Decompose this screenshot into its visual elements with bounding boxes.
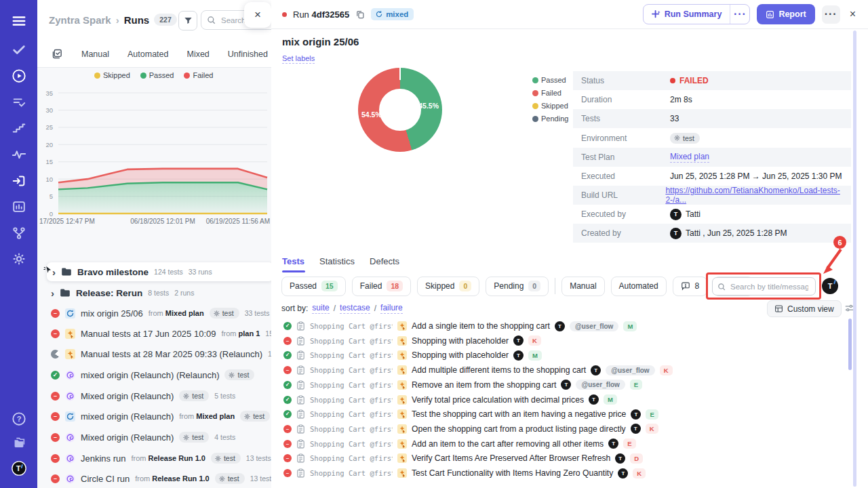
filter-manual[interactable]: Manual <box>561 277 604 296</box>
scrollbar-thumb[interactable] <box>848 319 852 370</box>
activity-pulse-icon[interactable] <box>10 146 28 163</box>
detail-row-executedby: Executed by TTatti <box>573 205 851 224</box>
help-icon[interactable]: ? <box>10 410 28 428</box>
svg-text:30: 30 <box>45 106 53 114</box>
gear-icon[interactable] <box>10 250 28 268</box>
copy-icon[interactable] <box>355 9 365 19</box>
test-row[interactable]: ✓Shopping Cart @first…Verify total price… <box>283 393 617 407</box>
test-row[interactable]: –Shopping Cart @first…Add multiple diffe… <box>283 363 673 377</box>
run-list-item[interactable]: –Mixed origin (Relaunch)test4 tests <box>51 428 272 447</box>
more-actions-button[interactable]: ··· <box>822 5 840 24</box>
tab-automated[interactable]: Automated <box>127 49 168 59</box>
manual-icon <box>397 350 407 360</box>
test-row[interactable]: ✓Shopping Cart @first…Remove an item fro… <box>283 378 642 392</box>
svg-text:35: 35 <box>45 89 53 97</box>
breadcrumb-app[interactable]: Zyntra Spark <box>49 14 111 26</box>
filter-button[interactable] <box>178 11 197 30</box>
test-row[interactable]: –Shopping Cart @first…Verify Cart Items … <box>283 451 643 465</box>
run-summary-more-button[interactable]: ··· <box>730 5 749 24</box>
test-status-icon: ✓ <box>283 410 292 418</box>
chevron-right-icon[interactable]: › <box>51 288 54 298</box>
test-row[interactable]: –Shopping Cart @first…Test Cart Function… <box>283 466 646 480</box>
list-check-icon[interactable] <box>10 94 28 111</box>
build-url-link[interactable]: https://github.com/TetianaKhomenko/Load-… <box>665 186 851 205</box>
filter-pending[interactable]: Pending0 <box>486 277 549 296</box>
test-tag: @user_flow <box>570 321 618 331</box>
close-run-button[interactable]: × <box>847 8 859 20</box>
run-list-item[interactable]: ✓mixed origin (Relaunch) (Relaunch)test <box>51 365 272 384</box>
test-title: Test the shopping cart with an item havi… <box>412 409 626 419</box>
test-plan-link[interactable]: Mixed plan <box>670 152 709 163</box>
sort-failure-link[interactable]: failure <box>380 303 403 314</box>
play-circle-icon[interactable] <box>10 67 28 85</box>
donut-label-passed: 45.5% <box>418 102 439 110</box>
avatar: T <box>670 209 682 220</box>
tab-tests[interactable]: Tests <box>282 256 304 266</box>
tab-mixed[interactable]: Mixed <box>186 49 209 59</box>
close-popover-button[interactable]: × <box>244 2 271 28</box>
git-branch-icon[interactable] <box>10 224 28 242</box>
folder-row-release[interactable]: › Release: Rerun 8 tests 2 runs <box>51 283 272 302</box>
run-list-item[interactable]: –mix origin 25/06from Mixed plantest33 t… <box>51 304 272 323</box>
launcher-enter-icon[interactable] <box>10 172 28 190</box>
custom-view-button[interactable]: Custom view <box>767 300 842 317</box>
steps-icon[interactable] <box>10 119 28 137</box>
test-suite: Shopping Cart @first… <box>310 469 393 477</box>
manual-icon <box>397 365 407 375</box>
scrollbar-track[interactable] <box>853 30 856 487</box>
run-type-icon <box>65 411 75 422</box>
folders-icon[interactable] <box>10 434 28 451</box>
run-list-item[interactable]: –Mixed origin (Relaunch)test5 tests <box>51 386 272 405</box>
run-from-plan: from Mixed plan <box>149 309 204 317</box>
test-title: Add an item to the cart after removing a… <box>412 439 604 449</box>
tab-statistics[interactable]: Statistics <box>319 256 355 266</box>
avatar: T <box>618 468 628 479</box>
test-suite: Shopping Cart @first… <box>310 381 393 389</box>
user-avatar[interactable]: T <box>822 278 838 294</box>
search-icon <box>717 283 726 291</box>
tab-unfinished[interactable]: Unfinished <box>228 49 268 59</box>
environment-chip: test <box>210 308 239 319</box>
bar-chart-icon[interactable] <box>10 198 28 216</box>
test-row[interactable]: ✓Shopping Cart @first…Test the shopping … <box>283 407 658 421</box>
test-status-icon: ✓ <box>283 351 292 359</box>
run-list-item[interactable]: –Manual tests at 17 Jun 2025 10:09from p… <box>51 324 272 343</box>
avatar: T <box>561 380 571 390</box>
report-button[interactable]: Report <box>757 4 814 24</box>
environment-chip: test <box>670 133 700 144</box>
run-list-item[interactable]: –Circle CI runfrom Release Run 1.0test13… <box>51 469 272 488</box>
sort-testcase-link[interactable]: testcase <box>340 303 370 314</box>
workspace-avatar[interactable]: T <box>10 460 28 477</box>
hamburger-menu-icon[interactable] <box>10 12 28 30</box>
sort-suite-link[interactable]: suite <box>312 303 329 314</box>
run-summary-button[interactable]: Run Summary <box>644 5 730 24</box>
run-list-item[interactable]: Manual tests at 28 Mar 2025 09:33 (Relau… <box>51 344 272 363</box>
run-list-item[interactable]: –mixed origin (Relaunch)from Mixed plant… <box>51 407 272 426</box>
test-row[interactable]: ✓Shopping Cart @first…Shopping with plac… <box>283 348 542 362</box>
test-title: Verify total price calculation with deci… <box>412 395 584 405</box>
legend-skipped: Skipped <box>532 102 568 110</box>
test-row[interactable]: –Shopping Cart @first…Open the shopping … <box>283 422 658 436</box>
filter-passed[interactable]: Passed15 <box>281 277 346 296</box>
filter-skipped[interactable]: Skipped0 <box>417 277 479 296</box>
tests-search[interactable] <box>712 277 816 296</box>
avatar: T <box>615 453 625 464</box>
test-row[interactable]: –Shopping Cart @first…Shopping with plac… <box>283 334 541 348</box>
run-list-item[interactable]: –Jenkins runfrom Release Run 1.0test13 t… <box>51 449 272 468</box>
test-status-icon: ✓ <box>283 396 292 404</box>
set-labels-link[interactable]: Set labels <box>282 54 315 64</box>
folder-icon <box>60 288 71 298</box>
folder-row-bravo[interactable]: › Bravo milestone 124 tests 33 runs <box>47 262 272 281</box>
tests-search-input[interactable] <box>729 282 810 291</box>
test-row[interactable]: ✓Shopping Cart @first…Add a single item … <box>283 319 637 333</box>
filter-automated[interactable]: Automated <box>611 277 667 296</box>
run-tests-count: 5 tests <box>214 392 235 400</box>
filter-comments[interactable]: 8 <box>673 277 708 296</box>
select-all-icon[interactable] <box>52 48 63 60</box>
tab-defects[interactable]: Defects <box>370 256 399 266</box>
tab-manual[interactable]: Manual <box>81 49 109 59</box>
detail-tabs: Tests Statistics Defects <box>282 256 399 266</box>
filter-failed[interactable]: Failed18 <box>352 277 411 296</box>
test-row[interactable]: –Shopping Cart @first…Add an item to the… <box>283 437 636 451</box>
check-icon[interactable] <box>10 41 28 58</box>
